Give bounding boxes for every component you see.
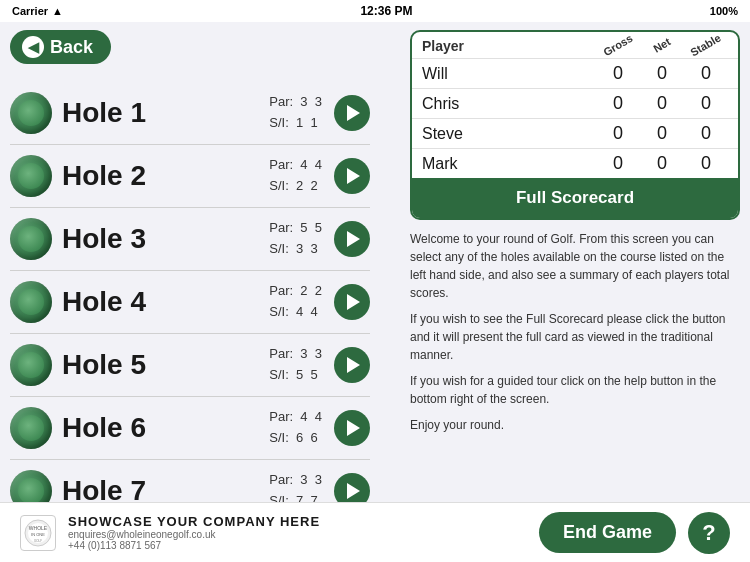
golf-ball-icon: [10, 92, 52, 134]
play-hole-button[interactable]: [334, 158, 370, 194]
hole-info: Par: 2 2 S/I: 4 4: [269, 281, 322, 323]
scorecard-player-row: Will 0 0 0: [412, 58, 738, 88]
play-hole-button[interactable]: [334, 473, 370, 502]
stable-score: 0: [684, 153, 728, 174]
svg-text:GOLF: GOLF: [34, 539, 42, 543]
si-info: S/I: 6 6: [269, 428, 322, 449]
player-name: Chris: [422, 95, 596, 113]
back-button[interactable]: ◀ Back: [10, 30, 111, 64]
welcome-p1: Welcome to your round of Golf. From this…: [410, 230, 740, 302]
play-hole-button[interactable]: [334, 347, 370, 383]
si-info: S/I: 1 1: [269, 113, 322, 134]
hole-name: Hole 4: [62, 286, 269, 318]
scorecard-player-row: Mark 0 0 0: [412, 148, 738, 178]
gross-score: 0: [596, 123, 640, 144]
par-info: Par: 4 4: [269, 407, 322, 428]
net-score: 0: [640, 63, 684, 84]
si-info: S/I: 2 2: [269, 176, 322, 197]
welcome-text: Welcome to your round of Golf. From this…: [410, 230, 740, 434]
bottom-bar: WHOLE IN ONE GOLF SHOWCASE YOUR COMPANY …: [0, 502, 750, 562]
golf-ball-icon: [10, 407, 52, 449]
net-score: 0: [640, 93, 684, 114]
back-arrow-icon: ◀: [22, 36, 44, 58]
hole-name: Hole 5: [62, 349, 269, 381]
hole-info: Par: 4 4 S/I: 2 2: [269, 155, 322, 197]
par-info: Par: 3 3: [269, 92, 322, 113]
company-phone: +44 (0)113 8871 567: [68, 540, 320, 551]
player-col-header: Player: [422, 38, 596, 54]
welcome-p4: Enjoy your round.: [410, 416, 740, 434]
scorecard-player-row: Chris 0 0 0: [412, 88, 738, 118]
company-section: WHOLE IN ONE GOLF SHOWCASE YOUR COMPANY …: [20, 514, 320, 551]
hole-name: Hole 3: [62, 223, 269, 255]
hole-name: Hole 7: [62, 475, 269, 502]
company-email: enquires@wholeineonegolf.co.uk: [68, 529, 320, 540]
hole-row: Hole 4 Par: 2 2 S/I: 4 4: [0, 271, 380, 333]
gross-score: 0: [596, 153, 640, 174]
hole-info: Par: 3 3 S/I: 1 1: [269, 92, 322, 134]
si-info: S/I: 4 4: [269, 302, 322, 323]
si-info: S/I: 7 7: [269, 491, 322, 502]
player-name: Mark: [422, 155, 596, 173]
player-name: Steve: [422, 125, 596, 143]
stable-score: 0: [684, 93, 728, 114]
holes-panel: Hole 1 Par: 3 3 S/I: 1 1 Hole 2 Par: 4 4…: [0, 22, 380, 502]
par-info: Par: 3 3: [269, 470, 322, 491]
play-hole-button[interactable]: [334, 410, 370, 446]
right-panel: Player Gross Net Stable Will 0 0 0 Chris…: [410, 22, 740, 502]
golf-ball-icon: [10, 218, 52, 260]
welcome-p3: If you wish for a guided tour click on t…: [410, 372, 740, 408]
wifi-icon: ▲: [52, 5, 63, 17]
status-left: Carrier ▲: [12, 5, 63, 17]
stable-score: 0: [684, 63, 728, 84]
end-game-button[interactable]: End Game: [539, 512, 676, 553]
back-label: Back: [50, 37, 93, 58]
hole-info: Par: 3 3 S/I: 5 5: [269, 344, 322, 386]
si-info: S/I: 5 5: [269, 365, 322, 386]
play-hole-button[interactable]: [334, 221, 370, 257]
company-logo: WHOLE IN ONE GOLF: [20, 515, 56, 551]
play-hole-button[interactable]: [334, 284, 370, 320]
golf-ball-icon: [10, 155, 52, 197]
gross-label: Gross: [601, 32, 635, 58]
golf-ball-icon: [10, 281, 52, 323]
gross-score: 0: [596, 93, 640, 114]
stable-score: 0: [684, 123, 728, 144]
golf-ball-icon: [10, 470, 52, 502]
hole-row: Hole 6 Par: 4 4 S/I: 6 6: [0, 397, 380, 459]
golf-ball-icon: [10, 344, 52, 386]
scorecard-box: Player Gross Net Stable Will 0 0 0 Chris…: [410, 30, 740, 220]
gross-score: 0: [596, 63, 640, 84]
par-info: Par: 5 5: [269, 218, 322, 239]
par-info: Par: 3 3: [269, 344, 322, 365]
scorecard-header: Player Gross Net Stable: [412, 32, 738, 58]
hole-info: Par: 5 5 S/I: 3 3: [269, 218, 322, 260]
hole-name: Hole 6: [62, 412, 269, 444]
svg-text:IN ONE: IN ONE: [31, 532, 45, 537]
si-info: S/I: 3 3: [269, 239, 322, 260]
stable-label: Stable: [689, 32, 724, 59]
svg-text:WHOLE: WHOLE: [29, 525, 48, 531]
gross-col-header: Gross: [596, 38, 640, 54]
par-info: Par: 4 4: [269, 155, 322, 176]
hole-row: Hole 2 Par: 4 4 S/I: 2 2: [0, 145, 380, 207]
hole-info: Par: 4 4 S/I: 6 6: [269, 407, 322, 449]
hole-row: Hole 3 Par: 5 5 S/I: 3 3: [0, 208, 380, 270]
net-label: Net: [651, 35, 672, 54]
hole-info: Par: 3 3 S/I: 7 7: [269, 470, 322, 502]
hole-row: Hole 5 Par: 3 3 S/I: 5 5: [0, 334, 380, 396]
player-name: Will: [422, 65, 596, 83]
net-col-header: Net: [640, 38, 684, 54]
par-info: Par: 2 2: [269, 281, 322, 302]
bottom-right-actions: End Game ?: [539, 512, 730, 554]
status-time: 12:36 PM: [63, 4, 710, 18]
battery-label: 100%: [710, 5, 738, 17]
hole-row: Hole 7 Par: 3 3 S/I: 7 7: [0, 460, 380, 502]
hole-row: Hole 1 Par: 3 3 S/I: 1 1: [0, 82, 380, 144]
help-button[interactable]: ?: [688, 512, 730, 554]
hole-name: Hole 2: [62, 160, 269, 192]
play-hole-button[interactable]: [334, 95, 370, 131]
status-bar: Carrier ▲ 12:36 PM 100%: [0, 0, 750, 22]
full-scorecard-button[interactable]: Full Scorecard: [412, 178, 738, 218]
hole-name: Hole 1: [62, 97, 269, 129]
